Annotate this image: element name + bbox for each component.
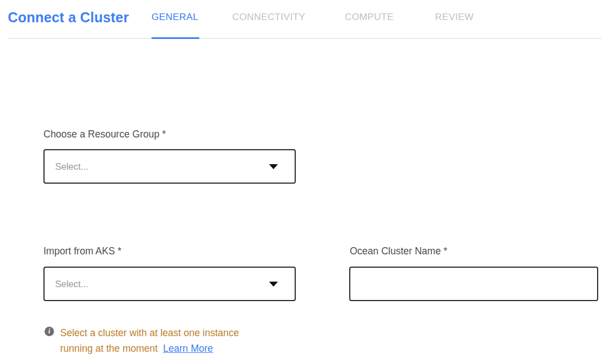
header-divider xyxy=(8,38,602,39)
tab-connectivity[interactable]: CONNECTIVITY xyxy=(232,12,305,23)
tab-review[interactable]: REVIEW xyxy=(435,12,473,23)
cluster-name-input[interactable] xyxy=(349,267,598,301)
resource-group-label: Choose a Resource Group * xyxy=(43,129,166,140)
note-text: Select a cluster with at least one insta… xyxy=(60,325,260,356)
wizard-header: Connect a Cluster GENERAL CONNECTIVITY C… xyxy=(0,0,606,39)
import-aks-select[interactable]: Select... xyxy=(43,267,296,301)
chevron-down-icon xyxy=(269,164,278,169)
resource-group-select[interactable]: Select... xyxy=(43,149,296,184)
cluster-name-label: Ocean Cluster Name * xyxy=(350,245,447,257)
learn-more-link[interactable]: Learn More xyxy=(163,343,213,354)
connect-cluster-wizard: Connect a Cluster GENERAL CONNECTIVITY C… xyxy=(0,0,606,364)
import-aks-label: Import from AKS * xyxy=(43,245,121,257)
page-title: Connect a Cluster xyxy=(8,9,129,26)
tab-general[interactable]: GENERAL xyxy=(152,12,198,23)
resource-group-placeholder: Select... xyxy=(55,161,295,172)
tab-compute[interactable]: COMPUTE xyxy=(345,12,394,23)
info-icon: i xyxy=(45,327,54,336)
import-aks-placeholder: Select... xyxy=(55,279,295,289)
cluster-instance-note: i Select a cluster with at least one ins… xyxy=(45,325,267,356)
active-tab-indicator xyxy=(152,37,199,39)
chevron-down-icon xyxy=(269,282,278,287)
